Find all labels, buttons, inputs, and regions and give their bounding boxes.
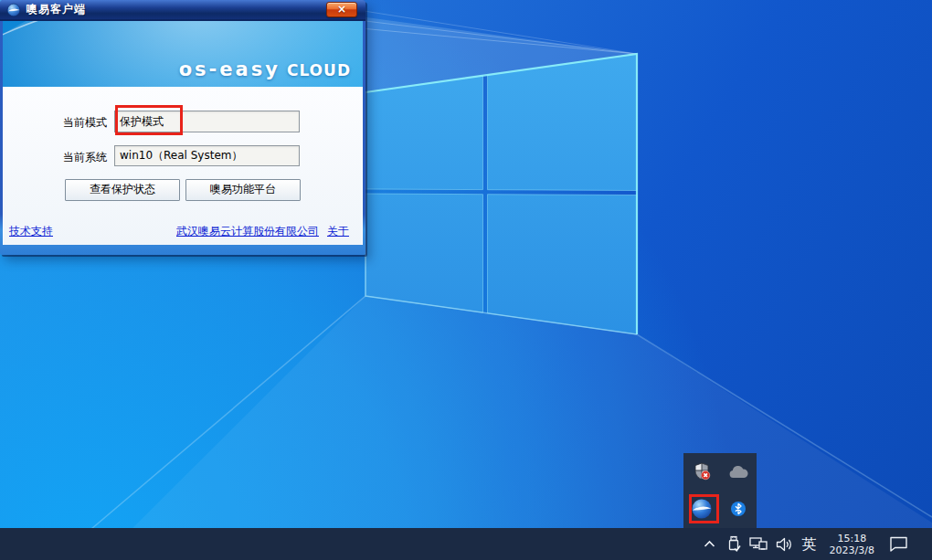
clock-date: 2023/3/8 [830, 544, 874, 556]
highlight-box-current-mode [115, 105, 183, 135]
close-button[interactable]: × [326, 2, 357, 17]
action-center-icon[interactable] [889, 536, 908, 552]
tray-onedrive-icon[interactable] [720, 453, 757, 490]
ime-indicator[interactable]: 英 [802, 528, 817, 560]
brand-name: os-easy [179, 58, 281, 80]
current-system-field[interactable]: win10（Real System） [114, 145, 300, 166]
about-link[interactable]: 关于 [327, 224, 349, 239]
tech-support-link[interactable]: 技术支持 [9, 224, 53, 239]
taskbar: 英 15:18 2023/3/8 [0, 528, 932, 560]
network-icon[interactable] [749, 537, 768, 551]
current-mode-label: 当前模式 [63, 115, 107, 131]
screen: 噢易客户端 × os-easyCLOUD 当前模式 保护模式 当前系统 win1… [0, 0, 932, 560]
os-easy-client-window: 噢易客户端 × os-easyCLOUD 当前模式 保护模式 当前系统 win1… [0, 0, 365, 255]
company-link[interactable]: 武汉噢易云计算股份有限公司 [176, 224, 319, 239]
volume-icon[interactable] [776, 537, 794, 552]
clock-time: 15:18 [837, 533, 866, 544]
window-title: 噢易客户端 [26, 2, 86, 17]
header-banner: os-easyCLOUD [3, 21, 363, 87]
current-system-label: 当前系统 [63, 150, 107, 165]
show-hidden-icons-button[interactable] [704, 540, 715, 548]
tray-defender-icon[interactable] [683, 453, 720, 490]
window-titlebar[interactable]: 噢易客户端 × [0, 0, 365, 21]
brand-suffix: CLOUD [287, 61, 351, 79]
dialog-body: 当前模式 保护模式 当前系统 win10（Real System） 查看保护状态… [3, 87, 363, 245]
tray-bluetooth-icon[interactable] [720, 491, 757, 527]
view-protection-status-button[interactable]: 查看保护状态 [65, 179, 180, 201]
safely-remove-hardware-icon[interactable] [727, 535, 741, 553]
os-easy-platform-button[interactable]: 噢易功能平台 [185, 179, 301, 201]
brand-logo: os-easyCLOUD [179, 58, 351, 80]
app-icon [6, 3, 21, 17]
taskbar-clock[interactable]: 15:18 2023/3/8 [830, 533, 874, 556]
highlight-box-tray-icon [689, 494, 719, 523]
